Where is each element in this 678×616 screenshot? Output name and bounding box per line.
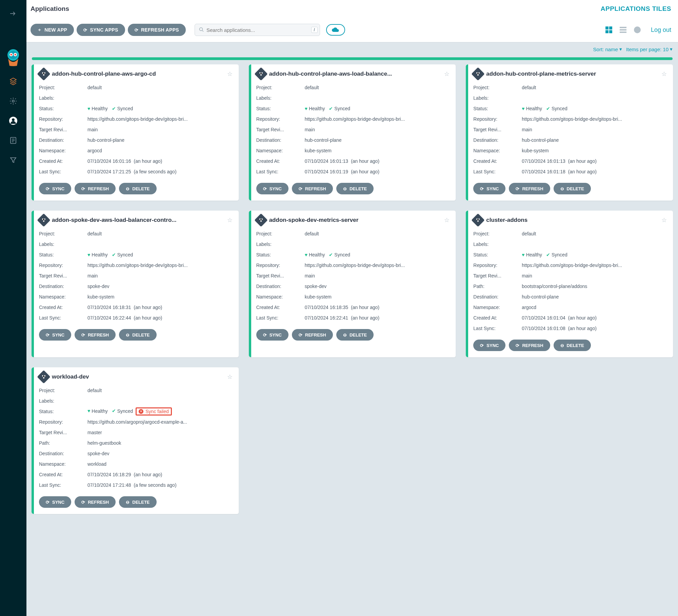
delete-button[interactable]: ⊖DELETE	[119, 183, 156, 194]
heart-icon: ♥	[305, 252, 307, 257]
argo-logo	[5, 49, 21, 66]
svg-rect-13	[605, 30, 609, 33]
sync-button[interactable]: ⟳SYNC	[473, 183, 505, 194]
app-card[interactable]: cluster-addons ☆ Project:default Labels:…	[465, 210, 673, 358]
app-name: addon-hub-control-plane-aws-argo-cd	[52, 71, 224, 77]
svg-rect-15	[620, 27, 626, 28]
delete-button[interactable]: ⊖DELETE	[119, 496, 156, 508]
lastsync-value: 07/10/2024 16:22:44(an hour ago)	[87, 315, 233, 321]
lastsync-label: Last Sync:	[256, 169, 305, 174]
favorite-icon[interactable]: ☆	[661, 70, 667, 78]
refresh-apps-button[interactable]: ⟳ REFRESH APPS	[128, 24, 186, 36]
created-label: Created At:	[256, 305, 305, 310]
app-card[interactable]: addon-hub-control-plane-metrics-server ☆…	[465, 64, 673, 201]
check-icon: ✔	[546, 252, 550, 257]
status-label: Status:	[256, 252, 305, 257]
lastsync-label: Last Sync:	[39, 169, 87, 174]
status-label: Status:	[39, 252, 87, 257]
favorite-icon[interactable]: ☆	[227, 373, 233, 381]
favorite-icon[interactable]: ☆	[227, 216, 233, 224]
svg-point-8	[12, 118, 15, 121]
nav-apps-icon[interactable]	[8, 77, 18, 86]
created-label: Created At:	[473, 158, 522, 164]
check-icon: ✔	[329, 106, 333, 111]
target-rev-label: Target Revi...	[256, 127, 305, 132]
refresh-button[interactable]: ⟳REFRESH	[75, 329, 116, 341]
check-icon: ✔	[329, 252, 333, 257]
nav-docs-icon[interactable]	[8, 136, 18, 145]
lastsync-value: 07/10/2024 17:21:48(a few seconds ago)	[87, 482, 233, 488]
lastsync-label: Last Sync:	[473, 169, 522, 174]
view-list-icon[interactable]	[618, 25, 628, 35]
view-tiles-icon[interactable]	[604, 25, 614, 35]
sync-icon: ⟳	[83, 27, 87, 33]
app-card[interactable]: workload-dev ☆ Project:default Labels: S…	[31, 367, 239, 514]
favorite-icon[interactable]: ☆	[661, 216, 667, 224]
dest-label: Destination:	[39, 137, 87, 143]
dest-label: Destination:	[39, 284, 87, 289]
target-rev-value: main	[522, 127, 667, 132]
dest-label: Destination:	[256, 137, 305, 143]
search-input[interactable]	[206, 27, 308, 33]
delete-button[interactable]: ⊖DELETE	[554, 340, 591, 351]
delete-button[interactable]: ⊖DELETE	[554, 183, 591, 194]
delete-button[interactable]: ⊖DELETE	[336, 329, 374, 341]
status-label: Status:	[473, 252, 522, 257]
sync-button[interactable]: ⟳SYNC	[473, 340, 505, 351]
app-card[interactable]: addon-spoke-dev-aws-load-balancer-contro…	[31, 210, 239, 358]
view-pie-icon[interactable]	[633, 25, 642, 35]
created-value: 07/10/2024 16:01:04(an hour ago)	[522, 315, 667, 321]
app-name: workload-dev	[52, 373, 224, 380]
path-label: Path:	[473, 284, 522, 289]
refresh-button[interactable]: ⟳REFRESH	[509, 340, 550, 351]
sync-button[interactable]: ⟳SYNC	[39, 496, 71, 508]
refresh-button[interactable]: ⟳REFRESH	[75, 183, 116, 194]
status-value: ♥Healthy ✔Synced	[305, 252, 450, 257]
logout-link[interactable]: Log out	[651, 26, 671, 34]
created-label: Created At:	[473, 315, 522, 321]
refresh-button[interactable]: ⟳REFRESH	[292, 329, 333, 341]
app-name: addon-hub-control-plane-aws-load-balance…	[269, 71, 441, 77]
items-per-page-select[interactable]: Items per page: 10 ▾	[626, 46, 673, 52]
sync-icon: ⟳	[46, 332, 49, 338]
app-card[interactable]: addon-hub-control-plane-aws-load-balance…	[248, 64, 456, 201]
new-app-button[interactable]: ＋ NEW APP	[31, 24, 74, 36]
sync-button[interactable]: ⟳SYNC	[256, 183, 288, 194]
favorite-icon[interactable]: ☆	[444, 216, 450, 224]
delete-button[interactable]: ⊖DELETE	[336, 183, 374, 194]
refresh-icon: ⟳	[135, 27, 138, 33]
target-rev-label: Target Revi...	[473, 127, 522, 132]
app-card[interactable]: addon-hub-control-plane-aws-argo-cd ☆ Pr…	[31, 64, 239, 201]
breadcrumb[interactable]: Applications	[31, 5, 69, 13]
app-icon	[254, 67, 268, 81]
dest-label: Destination:	[473, 137, 522, 143]
project-label: Project:	[473, 231, 522, 236]
repo-label: Repository:	[39, 263, 87, 268]
ns-label: Namespace:	[473, 148, 522, 153]
nav-user-icon[interactable]	[8, 116, 18, 126]
search-icon	[199, 27, 204, 33]
expand-rail-icon[interactable]	[8, 9, 18, 18]
favorite-icon[interactable]: ☆	[227, 70, 233, 78]
target-rev-value: main	[87, 273, 233, 278]
nav-filter-icon[interactable]	[8, 155, 18, 165]
delete-icon: ⊖	[343, 186, 347, 191]
created-value: 07/10/2024 16:01:13(an hour ago)	[305, 158, 450, 164]
sync-button[interactable]: ⟳SYNC	[256, 329, 288, 341]
sort-select[interactable]: Sort: name ▾	[593, 46, 622, 52]
search-box[interactable]: /	[195, 24, 320, 36]
refresh-button[interactable]: ⟳REFRESH	[509, 183, 550, 194]
refresh-button[interactable]: ⟳REFRESH	[292, 183, 333, 194]
lastsync-label: Last Sync:	[39, 482, 87, 488]
delete-button[interactable]: ⊖DELETE	[119, 329, 156, 341]
sync-button[interactable]: ⟳SYNC	[39, 329, 71, 341]
nav-settings-icon[interactable]	[8, 96, 18, 106]
sync-button[interactable]: ⟳SYNC	[39, 183, 71, 194]
sync-apps-button[interactable]: ⟳ SYNC APPS	[77, 24, 125, 36]
target-rev-value: main	[305, 273, 450, 278]
cloud-button[interactable]	[326, 24, 345, 36]
refresh-button[interactable]: ⟳REFRESH	[75, 496, 116, 508]
check-icon: ✔	[546, 106, 550, 111]
favorite-icon[interactable]: ☆	[444, 70, 450, 78]
app-card[interactable]: addon-spoke-dev-metrics-server ☆ Project…	[248, 210, 456, 358]
